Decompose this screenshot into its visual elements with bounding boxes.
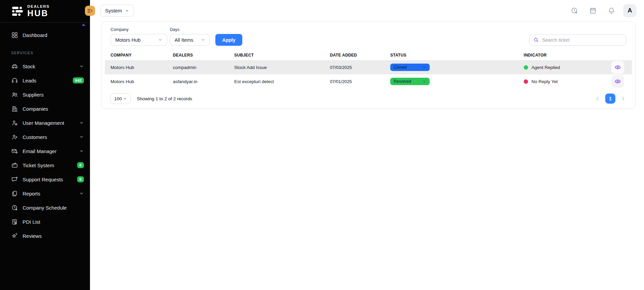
table-header-row: COMPANY DEALERS SUBJECT DATE ADDED STATU… [105, 50, 632, 60]
status-dropdown[interactable]: Closed [390, 64, 430, 71]
avatar[interactable]: A [623, 4, 636, 17]
search-ticket-box [529, 34, 626, 46]
brand-logo-icon [12, 7, 24, 16]
days-select-value: All Items [175, 37, 193, 43]
view-ticket-button[interactable] [611, 61, 624, 74]
view-ticket-button[interactable] [611, 75, 624, 88]
sidebar-item-label: Suppliers [23, 92, 84, 98]
status-dropdown[interactable]: Resolved [390, 78, 430, 85]
records-summary: Showing 1 to 2 of 2 records [137, 96, 192, 101]
brand-name: DEALERS HUB [27, 5, 50, 17]
page-size-value: 100 [114, 96, 122, 101]
search-input[interactable] [542, 37, 622, 43]
sidebar-item-customers[interactable]: Customers [0, 130, 90, 144]
wallet-icon [11, 162, 18, 169]
pager: 1 [594, 94, 626, 104]
sidebar-section-label: SERVICES [0, 51, 90, 55]
sidebar-item-suppliers[interactable]: Suppliers [0, 87, 90, 102]
indicator-cell: Agent Replied [524, 65, 611, 70]
topbar: System A [90, 0, 644, 21]
sidebar-item-label: Companies [23, 106, 84, 112]
chevron-down-icon [79, 149, 84, 153]
status-value: Resolved [394, 79, 411, 84]
collapse-menu-icon [87, 8, 93, 14]
people-icon [11, 91, 18, 98]
sidebar-item-label: Company Schedule [23, 205, 84, 211]
company-filter-field: Company Motors Hub [111, 27, 167, 46]
column-header-subject: SUBJECT [234, 53, 330, 58]
sidebar-item-label: Leads [23, 78, 73, 83]
mail-gear-icon [11, 148, 18, 155]
sidebar-item-companies[interactable]: Companies [0, 102, 90, 116]
chat-plus-icon [11, 176, 18, 183]
headset-icon [11, 77, 18, 84]
status-value: Closed [394, 65, 407, 70]
company-filter-label: Company [111, 27, 167, 32]
sidebar-item-label: Stock [23, 64, 79, 69]
sidebar-item-pdi-list[interactable]: PDI List [0, 215, 90, 229]
column-header-company: COMPANY [111, 53, 173, 58]
indicator-dot [524, 65, 528, 70]
pagination-row: 100 Showing 1 to 2 of 2 records 1 [105, 93, 632, 104]
scroll-up-indicator [82, 24, 85, 26]
cell-dealer: asfandyar.in [173, 79, 234, 84]
sidebar-item-company-schedule[interactable]: Company Schedule [0, 201, 90, 215]
chevron-down-icon [201, 38, 205, 42]
star-sparkle-icon [11, 232, 18, 240]
days-select[interactable]: All Items [170, 34, 210, 46]
page-number-button[interactable]: 1 [605, 94, 615, 104]
previous-page-icon[interactable] [594, 96, 601, 102]
sidebar-item-reports[interactable]: Reports [0, 186, 90, 201]
company-select-value: Motors Hub [115, 37, 141, 43]
user-gear-icon [11, 119, 18, 126]
table-row: Motors Hub asfandyar.in Est excepturi de… [105, 74, 632, 88]
sidebar-item-label: Dashboard [23, 32, 84, 38]
page-size-select[interactable]: 100 [111, 93, 131, 104]
building-icon [11, 105, 18, 112]
calendar-icon[interactable] [589, 7, 597, 14]
column-header-date-added: DATE ADDED [330, 53, 390, 58]
leads-count-badge: 642 [73, 77, 84, 83]
sidebar-item-leads[interactable]: Leads 642 [0, 73, 90, 87]
sidebar-item-label: Ticket System [23, 162, 77, 168]
car-icon [11, 63, 18, 70]
chevron-down-icon [125, 9, 129, 13]
system-context-dropdown[interactable]: System [100, 5, 134, 17]
chevron-down-icon [422, 79, 426, 83]
chevron-down-icon [79, 191, 84, 196]
sidebar-item-label: Reports [23, 191, 79, 196]
eye-icon [614, 64, 621, 71]
cell-company: Motors Hub [111, 65, 173, 70]
sidebar-item-support-requests[interactable]: Support Requests 0 [0, 172, 90, 186]
sidebar-item-stock[interactable]: Stock [0, 59, 90, 73]
search-icon [533, 37, 539, 43]
chevron-down-icon [79, 135, 84, 139]
table-row: Motors Hub compadmin Stock Add Issue 07/… [105, 60, 632, 74]
topbar-actions: A [571, 4, 636, 17]
schedule-clock-icon[interactable] [571, 7, 578, 14]
sidebar-item-label: User Management [23, 120, 79, 126]
apply-button[interactable]: Apply [215, 34, 242, 46]
sidebar-item-user-management[interactable]: User Management [0, 116, 90, 130]
sidebar: DEALERS HUB Dashboard SERVICES Stock Lea… [0, 0, 90, 290]
cell-date: 07/01/2025 [330, 79, 390, 84]
cell-subject: Est excepturi delect [234, 79, 330, 84]
chevron-down-icon [123, 97, 127, 101]
sidebar-item-dashboard[interactable]: Dashboard [0, 28, 90, 42]
filter-row: Company Motors Hub Days All Items Apply [105, 27, 632, 46]
sidebar-item-ticket-system[interactable]: Ticket System 0 [0, 158, 90, 172]
sidebar-nav: Dashboard SERVICES Stock Leads 642 Suppl… [0, 23, 90, 243]
tickets-card: Company Motors Hub Days All Items Apply [101, 22, 636, 109]
notifications-bell-icon[interactable] [608, 7, 615, 14]
sidebar-item-email-manager[interactable]: Email Manager [0, 144, 90, 158]
indicator-label: Agent Replied [531, 65, 560, 70]
sidebar-item-reviews[interactable]: Reviews [0, 229, 90, 243]
sidebar-item-label: Customers [23, 134, 79, 140]
days-filter-field: Days All Items [170, 27, 210, 46]
company-select[interactable]: Motors Hub [111, 34, 167, 46]
main-area: System A Company Motors Hub [90, 0, 644, 290]
next-page-icon[interactable] [620, 96, 626, 102]
sidebar-collapse-button[interactable] [85, 6, 95, 16]
user-plus-icon [11, 134, 18, 141]
dashboard-grid-icon [11, 32, 18, 39]
